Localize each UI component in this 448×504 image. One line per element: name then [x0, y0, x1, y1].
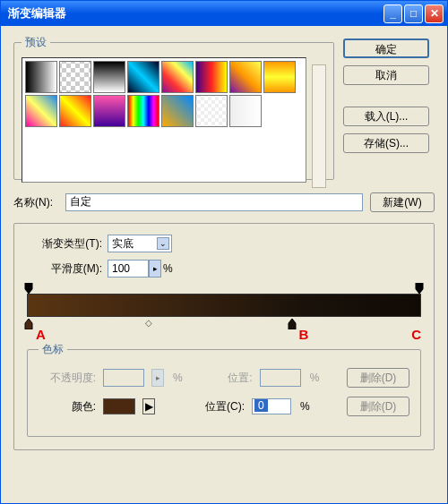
svg-marker-0 [25, 283, 32, 294]
preset-swatch[interactable] [195, 95, 228, 127]
preset-swatch[interactable] [25, 61, 57, 93]
position1-label: 位置: [208, 371, 253, 386]
color-label: 颜色: [39, 399, 96, 414]
name-label: 名称(N): [13, 195, 58, 210]
svg-marker-1 [416, 283, 423, 294]
smoothness-input[interactable]: 100 [108, 260, 149, 278]
gradient-settings-fieldset: 渐变类型(T): 实底 ⌄ 平滑度(M): 100 ▸ % [13, 223, 435, 450]
preset-swatch[interactable] [127, 95, 159, 127]
preset-swatch[interactable] [127, 61, 159, 93]
marker-a: A [36, 327, 46, 342]
preset-swatch[interactable] [195, 61, 228, 93]
svg-marker-3 [289, 319, 296, 329]
opacity-arrow-icon: ▸ [151, 369, 164, 387]
opacity-stop-left[interactable] [23, 283, 34, 294]
position1-input [260, 369, 301, 387]
gradient-type-value: 实底 [112, 236, 134, 252]
preset-swatch[interactable] [229, 95, 262, 127]
presets-legend: 预设 [22, 35, 50, 50]
opacity-label: 不透明度: [39, 371, 96, 386]
midpoint-diamond[interactable]: ◇ [145, 318, 152, 328]
opacity-stop-right[interactable] [414, 283, 425, 294]
load-button[interactable]: 载入(L)... [343, 107, 429, 126]
preset-swatch[interactable] [161, 95, 194, 127]
minimize-button[interactable]: _ [383, 4, 402, 23]
preset-grid[interactable] [22, 57, 306, 183]
gradient-type-label: 渐变类型(T): [27, 236, 102, 252]
preset-swatch[interactable] [263, 61, 296, 93]
chevron-down-icon: ⌄ [157, 237, 169, 250]
preset-swatch[interactable] [59, 95, 91, 127]
maximize-button[interactable]: □ [404, 4, 423, 23]
window-title: 渐变编辑器 [4, 5, 382, 21]
position2-input[interactable]: 0 [252, 398, 291, 414]
save-button[interactable]: 存储(S)... [343, 133, 429, 153]
delete-opacity-button: 删除(D) [347, 368, 409, 388]
gradient-bar-wrap: ◇ A B C [27, 285, 421, 328]
position1-unit: % [310, 372, 320, 384]
cancel-button[interactable]: 取消 [343, 65, 429, 85]
color-well[interactable] [103, 398, 135, 414]
preset-swatch[interactable] [59, 61, 91, 93]
stops-legend: 色标 [39, 342, 67, 357]
opacity-input [103, 369, 144, 387]
presets-scrollbar[interactable] [312, 64, 326, 188]
svg-marker-2 [25, 319, 32, 329]
opacity-unit: % [173, 372, 183, 384]
new-button[interactable]: 新建(W) [370, 192, 435, 212]
presets-fieldset: 预设 [13, 35, 334, 180]
preset-swatch[interactable] [161, 61, 194, 93]
color-picker-arrow-icon[interactable]: ▶ [142, 398, 155, 414]
smoothness-label: 平滑度(M): [27, 261, 102, 277]
buttons-column: 确定 取消 载入(L)... 存储(S)... [343, 35, 429, 180]
gradient-bar[interactable] [27, 294, 421, 317]
marker-c: C [411, 327, 421, 342]
position2-unit: % [300, 400, 310, 413]
color-stop-b[interactable] [287, 319, 297, 329]
close-button[interactable]: ✕ [425, 4, 444, 23]
marker-b: B [299, 327, 309, 342]
name-row: 名称(N): 自定 新建(W) [13, 192, 435, 212]
preset-swatch[interactable] [25, 95, 57, 127]
delete-color-button: 删除(D) [347, 397, 409, 416]
name-input[interactable]: 自定 [65, 193, 363, 211]
smoothness-unit: % [163, 262, 173, 275]
stops-fieldset: 色标 不透明度: ▸ % 位置: % 删除(D) 颜色: ▶ 位置(C): 0 [27, 342, 421, 437]
gradient-type-select[interactable]: 实底 ⌄ [108, 235, 172, 252]
preset-swatch[interactable] [93, 61, 125, 93]
titlebar[interactable]: 渐变编辑器 _ □ ✕ [1, 1, 447, 26]
content-area: 预设 确定 取消 载入(L)... 存储(S)... 名称(N): 自定 新建(… [1, 26, 447, 503]
smoothness-arrow-icon[interactable]: ▸ [149, 260, 161, 278]
position2-label: 位置(C): [185, 399, 245, 414]
preset-swatch[interactable] [93, 95, 125, 127]
ok-button[interactable]: 确定 [343, 38, 429, 58]
gradient-editor-window: 渐变编辑器 _ □ ✕ 预设 确定 取消 载入(L)... 存储(S)... 名… [0, 0, 448, 504]
preset-swatch[interactable] [229, 61, 262, 93]
color-stop-a[interactable] [23, 319, 34, 329]
